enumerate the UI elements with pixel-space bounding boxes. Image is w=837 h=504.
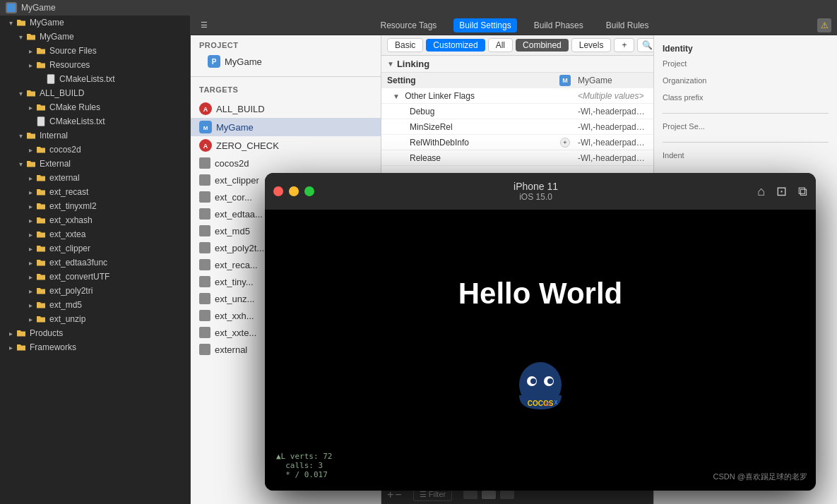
sidebar-arrow-ext-unzip: ▸	[25, 316, 35, 323]
sidebar-item-external-child[interactable]: ▸external	[0, 171, 190, 185]
identity-org-label: Organization	[663, 76, 829, 85]
sim-rotate-btn[interactable]: ⊡	[776, 184, 787, 199]
sidebar-item-external[interactable]: ▾External	[0, 157, 190, 171]
sidebar-item-ext-convertUTF[interactable]: ▸ext_convertUTF	[0, 270, 190, 284]
view-toggle-1[interactable]	[463, 491, 477, 499]
tab-resource-tags[interactable]: Resource Tags	[375, 18, 443, 32]
sidebar-label-cmakelists-1: CMakeLists.txt	[59, 74, 190, 84]
sidebar-item-cmake-rules[interactable]: ▸CMake Rules	[0, 100, 190, 114]
tab-basic[interactable]: Basic	[387, 38, 423, 52]
close-btn[interactable]	[273, 186, 283, 196]
target-icon-ext-tiny	[199, 276, 210, 287]
sidebar-item-ext-poly2tri[interactable]: ▸ext_poly2tri	[0, 284, 190, 298]
sidebar-arrow-ext-recast: ▸	[25, 188, 35, 196]
tab-combined[interactable]: Combined	[516, 39, 569, 52]
linking-section-header[interactable]: ▼ Linking	[381, 56, 653, 73]
target-label-cocos2d: cocos2d	[215, 158, 249, 169]
sidebar-item-ext-clipper[interactable]: ▸ext_clipper	[0, 241, 190, 256]
sidebar-item-frameworks[interactable]: ▸Frameworks	[0, 340, 190, 354]
target-icon-ext-cor	[199, 191, 210, 203]
sidebar-item-mygame-child[interactable]: ▾MyGame	[0, 30, 190, 44]
simulator-hello-text: Hello World	[458, 277, 623, 311]
toolbar-tabs: Resource Tags Build Settings Build Phase…	[375, 18, 655, 32]
relwithdebinfo-row[interactable]: RelWithDebInfo + -Wl,-headerpad_max_inst…	[381, 135, 653, 150]
target-label-ext-unz: ext_unz...	[215, 294, 254, 304]
simulator-stats: ▲L verts: 72 calls: 3 * / 0.017	[276, 452, 332, 479]
sidebar-label-mygame-child: MyGame	[40, 32, 190, 42]
identity-class: Class prefix	[663, 93, 829, 102]
sidebar-item-ext-tinyxml2[interactable]: ▸ext_tinyxml2	[0, 199, 190, 213]
target-label-zero-check: ZERO_CHECK	[216, 140, 279, 151]
tab-build-settings[interactable]: Build Settings	[453, 18, 516, 32]
svg-text:A: A	[203, 143, 208, 150]
minimize-btn[interactable]	[289, 186, 299, 196]
tab-build-phases[interactable]: Build Phases	[528, 18, 589, 32]
sidebar-item-ext-xxhash[interactable]: ▸ext_xxhash	[0, 213, 190, 227]
target-item-mygame[interactable]: MMyGame	[191, 118, 381, 136]
target-item-all-build[interactable]: AALL_BUILD	[191, 100, 381, 118]
tab-all[interactable]: All	[488, 38, 513, 52]
sidebar-item-internal[interactable]: ▾Internal	[0, 128, 190, 143]
target-label-ext-cor: ext_cor...	[215, 192, 252, 203]
sidebar-label-mygame-root: MyGame	[30, 18, 190, 28]
release-row[interactable]: Release -Wl,-headerpad_max_install_names…	[381, 150, 653, 166]
target-icon-zero-check: A	[199, 139, 212, 152]
tab-customized[interactable]: Customized	[426, 39, 485, 52]
sidebar-label-resources: Resources	[49, 60, 190, 70]
project-item-mygame[interactable]: P MyGame	[199, 52, 372, 71]
debug-row[interactable]: Debug -Wl,-headerpad_max_install_names /…	[381, 104, 653, 119]
sidebar-item-ext-recast[interactable]: ▸ext_recast	[0, 185, 190, 199]
target-label-external: external	[215, 344, 247, 355]
sidebar-icon-external	[25, 158, 37, 169]
sidebar-label-ext-recast: ext_recast	[49, 187, 190, 197]
sidebar-item-ext-edtaa3func[interactable]: ▸ext_edtaa3func	[0, 256, 190, 270]
target-icon-external	[199, 344, 210, 355]
other-linker-flags-row[interactable]: ▼ Other Linker Flags <Multiple values>	[381, 88, 653, 104]
sidebar-label-ext-xxtea: ext_xxtea	[49, 229, 190, 239]
sidebar-item-mygame-root[interactable]: ▾MyGame	[0, 16, 190, 30]
sidebar-item-all-build[interactable]: ▾ALL_BUILD	[0, 86, 190, 100]
sidebar-item-cocos2d[interactable]: ▸cocos2d	[0, 143, 190, 157]
sidebar-icon-ext-tinyxml2	[35, 200, 47, 212]
minsizerel-row[interactable]: MinSizeRel -Wl,-headerpad_max_install_na…	[381, 119, 653, 135]
sidebar-arrow-ext-xxhash: ▸	[25, 217, 35, 224]
target-item-zero-check[interactable]: AZERO_CHECK	[191, 136, 381, 155]
sidebar-item-source-files[interactable]: ▸Source Files	[0, 44, 190, 58]
build-header-row: Setting M MyGame	[381, 73, 653, 88]
sim-screenshot-btn[interactable]: ⧉	[798, 184, 807, 199]
view-toggle-2[interactable]	[482, 491, 496, 499]
tab-levels[interactable]: Levels	[571, 38, 612, 52]
sidebar-icon-external-child	[35, 172, 47, 184]
sidebar-item-cmakelists-1[interactable]: CMakeLists.txt	[0, 72, 190, 86]
target-icon-ext-xxte	[199, 327, 210, 338]
tab-build-rules[interactable]: Build Rules	[600, 18, 655, 32]
simulator-logo: COCOS 2D x	[505, 353, 576, 424]
sidebar-item-ext-xxtea[interactable]: ▸ext_xxtea	[0, 227, 190, 241]
sidebar-item-products[interactable]: ▸Products	[0, 326, 190, 340]
value-col-header: MyGame	[572, 73, 653, 88]
sidebar-item-ext-unzip[interactable]: ▸ext_unzip	[0, 312, 190, 326]
sidebar-item-cmakelists-2[interactable]: CMakeLists.txt	[0, 114, 190, 128]
indent-label: Indent	[663, 151, 829, 160]
sidebar-icon-source-files	[35, 45, 47, 56]
debug-value: -Wl,-headerpad_max_install_names /Users/…	[572, 104, 653, 119]
minsizerel-label: MinSizeRel	[381, 120, 558, 134]
maximize-btn[interactable]	[304, 186, 314, 196]
sidebar-arrow-ext-convertUTF: ▸	[25, 273, 35, 281]
tab-add[interactable]: +	[614, 38, 634, 52]
sim-home-btn[interactable]: ⌂	[757, 184, 765, 199]
sidebar-icon-mygame-child	[25, 31, 37, 42]
sidebar-item-ext-md5[interactable]: ▸ext_md5	[0, 298, 190, 312]
target-item-cocos2d[interactable]: cocos2d	[191, 155, 381, 172]
sidebar-item-resources[interactable]: ▸Resources	[0, 58, 190, 72]
warning-icon[interactable]: ⚠	[817, 18, 831, 32]
view-toggle-3[interactable]	[500, 491, 514, 499]
sidebar-label-ext-convertUTF: ext_convertUTF	[49, 272, 190, 282]
sidebar-label-ext-clipper: ext_clipper	[49, 244, 190, 253]
sidebar-label-products: Products	[30, 328, 190, 338]
sidebar-arrow-ext-edtaa3func: ▸	[25, 259, 35, 267]
simulator-ios: iOS 15.0	[519, 192, 552, 202]
sidebar-toggle-btn[interactable]: ☰	[196, 19, 212, 31]
sidebar-label-frameworks: Frameworks	[30, 342, 190, 352]
sidebar-arrow-mygame-child: ▾	[16, 33, 25, 41]
